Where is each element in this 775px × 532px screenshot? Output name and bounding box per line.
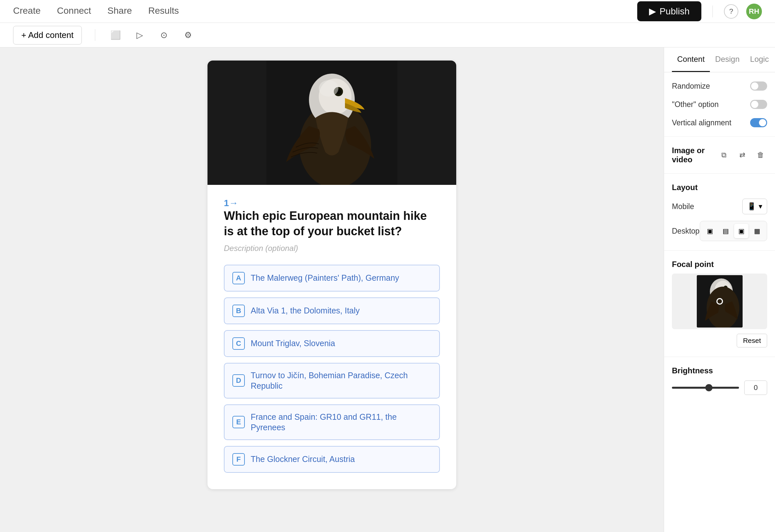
main-area: 1→ Which epic European mountain hike is … <box>0 47 775 532</box>
randomize-label: Randomize <box>672 82 710 91</box>
choice-f-text: The Glockner Circuit, Austria <box>251 454 355 465</box>
choice-list: A The Malerweg (Painters' Path), Germany… <box>224 265 440 473</box>
target-icon[interactable]: ⊙ <box>157 28 171 42</box>
layout-section: Layout Mobile 📱 ▾ Desktop ▣ ▤ ▣ ▦ <box>672 183 767 241</box>
choice-d-text: Turnov to Jičín, Bohemian Paradise, Czec… <box>251 370 432 391</box>
mobile-icon: 📱 <box>747 202 756 211</box>
add-content-button[interactable]: + Add content <box>13 26 82 44</box>
choice-f[interactable]: F The Glockner Circuit, Austria <box>224 446 440 473</box>
choice-b-letter: B <box>232 305 245 317</box>
focal-dot[interactable] <box>716 298 723 305</box>
publish-button[interactable]: ▶ Publish <box>637 1 701 21</box>
eagle-svg <box>266 61 397 185</box>
brightness-thumb <box>705 384 713 391</box>
other-option-toggle[interactable] <box>750 100 767 109</box>
mobile-label: Mobile <box>672 202 694 211</box>
other-option-row: "Other" option <box>672 100 767 109</box>
choice-a[interactable]: A The Malerweg (Painters' Path), Germany <box>224 265 440 292</box>
desktop-opt-1[interactable]: ▣ <box>703 224 717 238</box>
nav-tabs: Create Connect Share Results <box>13 3 179 20</box>
choice-d[interactable]: D Turnov to Jičín, Bohemian Paradise, Cz… <box>224 363 440 399</box>
vertical-alignment-label: Vertical alignment <box>672 118 731 127</box>
randomize-toggle[interactable] <box>750 81 767 91</box>
canvas-area: 1→ Which epic European mountain hike is … <box>0 47 664 532</box>
choice-a-text: The Malerweg (Painters' Path), Germany <box>251 273 399 283</box>
desktop-opt-2[interactable]: ▤ <box>718 224 733 238</box>
brightness-section: Brightness 0 <box>672 366 767 395</box>
choice-e[interactable]: E France and Spain: GR10 and GR11, the P… <box>224 404 440 440</box>
choice-a-letter: A <box>232 272 245 284</box>
play-icon[interactable]: ▷ <box>132 28 147 42</box>
mobile-select[interactable]: 📱 ▾ <box>742 199 767 214</box>
choice-f-letter: F <box>232 453 245 466</box>
question-image <box>207 61 456 185</box>
question-description: Description (optional) <box>224 244 440 253</box>
question-number: 1→ <box>224 198 238 208</box>
svg-point-6 <box>319 80 338 97</box>
swap-icon[interactable]: ⇄ <box>736 149 749 162</box>
choice-c-text: Mount Triglav, Slovenia <box>251 338 335 349</box>
toolbar: + Add content ⬜ ▷ ⊙ ⚙ <box>0 23 775 47</box>
nav-tab-share[interactable]: Share <box>107 3 132 20</box>
image-video-icons: ⧉ ⇄ 🗑 <box>717 149 767 162</box>
choice-e-text: France and Spain: GR10 and GR11, the Pyr… <box>251 412 432 433</box>
divider-2 <box>664 173 775 174</box>
mobile-row: Mobile 📱 ▾ <box>672 199 767 214</box>
add-content-label: + Add content <box>21 30 74 40</box>
choice-b-text: Alta Via 1, the Dolomites, Italy <box>251 305 360 316</box>
settings-icon[interactable]: ⚙ <box>181 28 195 42</box>
focal-point-title: Focal point <box>672 260 767 269</box>
choice-b[interactable]: B Alta Via 1, the Dolomites, Italy <box>224 297 440 324</box>
desktop-opt-3[interactable]: ▣ <box>734 224 749 238</box>
publish-label: Publish <box>660 6 690 17</box>
choice-e-letter: E <box>232 416 245 428</box>
user-avatar[interactable]: RH <box>746 4 762 19</box>
publish-icon: ▶ <box>649 6 656 17</box>
layout-title: Layout <box>672 183 767 192</box>
nav-tab-results[interactable]: Results <box>148 3 179 20</box>
panel-content: Randomize "Other" option Vertical alignm… <box>664 72 775 404</box>
tab-logic[interactable]: Logic <box>745 47 774 72</box>
mobile-chevron: ▾ <box>759 202 762 211</box>
duplicate-icon[interactable]: ⧉ <box>717 149 731 162</box>
other-option-label: "Other" option <box>672 100 719 109</box>
question-text: Which epic European mountain hike is at … <box>224 208 440 239</box>
focal-section: Focal point <box>672 260 767 347</box>
focal-preview[interactable] <box>672 274 767 329</box>
desktop-label: Desktop <box>672 227 699 236</box>
question-card: 1→ Which epic European mountain hike is … <box>207 61 456 489</box>
brightness-slider[interactable] <box>672 387 739 389</box>
tab-design[interactable]: Design <box>710 47 745 72</box>
brightness-value: 0 <box>744 381 767 395</box>
desktop-opt-4[interactable]: ▦ <box>750 224 764 238</box>
help-button[interactable]: ? <box>724 4 738 19</box>
toolbar-divider <box>95 29 95 41</box>
nav-tab-create[interactable]: Create <box>13 3 41 20</box>
randomize-row: Randomize <box>672 81 767 91</box>
panel-tabs: Content Design Logic <box>664 47 775 72</box>
tab-content[interactable]: Content <box>672 47 710 72</box>
vertical-alignment-toggle[interactable] <box>750 118 767 127</box>
reset-button[interactable]: Reset <box>737 334 767 347</box>
delete-icon[interactable]: 🗑 <box>754 149 767 162</box>
nav-divider <box>713 6 713 17</box>
choice-c-letter: C <box>232 337 245 350</box>
brightness-row: 0 <box>672 381 767 395</box>
nav-right: ▶ Publish ? RH <box>637 1 762 21</box>
choice-d-letter: D <box>232 374 245 387</box>
image-video-row: Image or video ⧉ ⇄ 🗑 <box>672 146 767 164</box>
desktop-row: Desktop ▣ ▤ ▣ ▦ <box>672 221 767 241</box>
brightness-title: Brightness <box>672 366 767 375</box>
right-panel: Content Design Logic Randomize "Other" o… <box>664 47 775 532</box>
nav-tab-connect[interactable]: Connect <box>57 3 91 20</box>
desktop-icon[interactable]: ⬜ <box>108 28 123 42</box>
choice-c[interactable]: C Mount Triglav, Slovenia <box>224 330 440 357</box>
divider-1 <box>664 136 775 137</box>
focal-eagle-preview <box>697 275 743 328</box>
desktop-options: ▣ ▤ ▣ ▦ <box>700 221 767 241</box>
top-nav: Create Connect Share Results ▶ Publish ?… <box>0 0 775 23</box>
divider-3 <box>664 250 775 251</box>
image-video-label-2: video <box>672 155 705 164</box>
divider-4 <box>664 357 775 357</box>
question-body: 1→ Which epic European mountain hike is … <box>207 185 456 489</box>
